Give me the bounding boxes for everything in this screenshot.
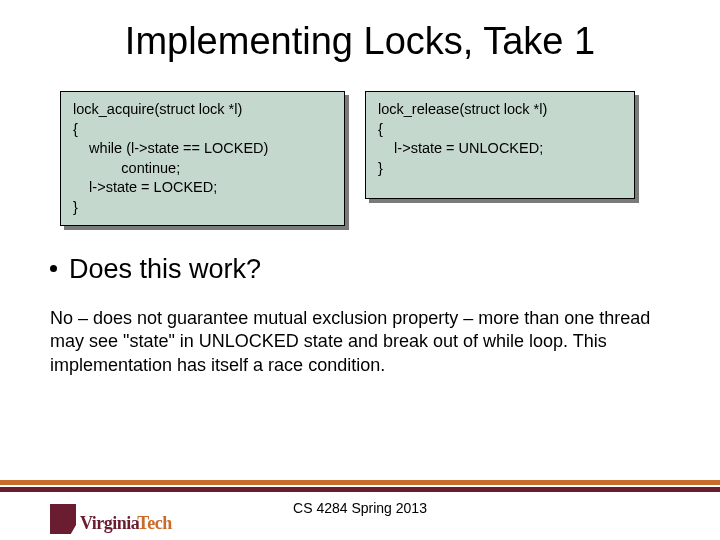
- bullet-text: Does this work?: [69, 254, 261, 284]
- course-label: CS 4284 Spring 2013: [0, 500, 720, 516]
- code-box-acquire: lock_acquire(struct lock *l) { while (l-…: [60, 91, 345, 226]
- divider-orange: [0, 480, 720, 485]
- logo-virginia: Virginia: [80, 513, 139, 533]
- code-release: lock_release(struct lock *l) { l->state …: [365, 91, 635, 199]
- bullet-question: Does this work?: [0, 226, 720, 285]
- bullet-icon: [50, 265, 57, 272]
- explanation-text: No – does not guarantee mutual exclusion…: [0, 285, 720, 377]
- code-box-release: lock_release(struct lock *l) { l->state …: [365, 91, 635, 226]
- vt-logo-text: VirginiaTech: [80, 513, 172, 534]
- code-area: lock_acquire(struct lock *l) { while (l-…: [0, 63, 720, 226]
- code-acquire: lock_acquire(struct lock *l) { while (l-…: [60, 91, 345, 226]
- slide-title: Implementing Locks, Take 1: [0, 0, 720, 63]
- footer: VirginiaTech CS 4284 Spring 2013: [0, 470, 720, 540]
- logo-tech: Tech: [137, 513, 171, 533]
- divider-maroon: [0, 487, 720, 492]
